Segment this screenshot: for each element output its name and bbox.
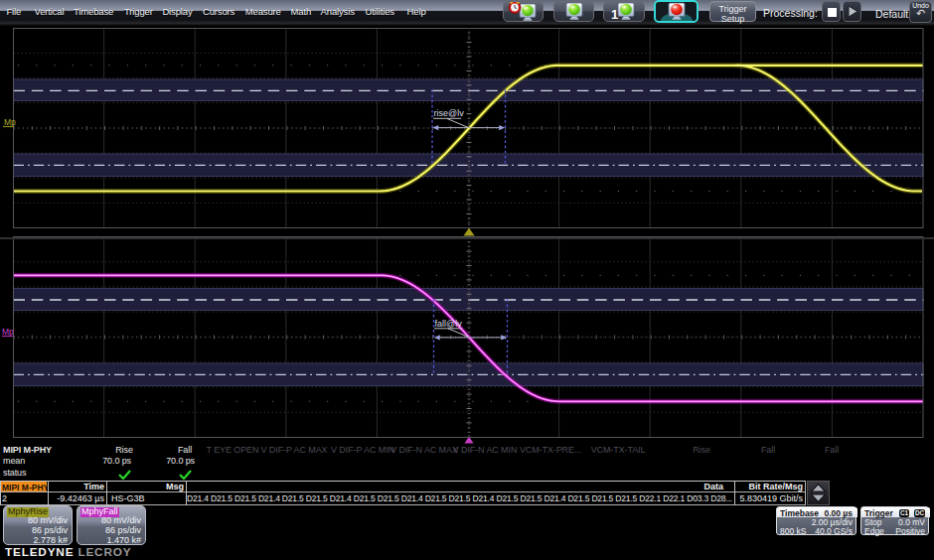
svg-text:fall@lv: fall@lv — [435, 319, 463, 329]
svg-text:Mp: Mp — [2, 327, 14, 337]
svg-text:1: 1 — [611, 7, 618, 22]
svg-text:Mp: Mp — [4, 117, 16, 127]
svg-text:rise@lv: rise@lv — [434, 108, 465, 118]
